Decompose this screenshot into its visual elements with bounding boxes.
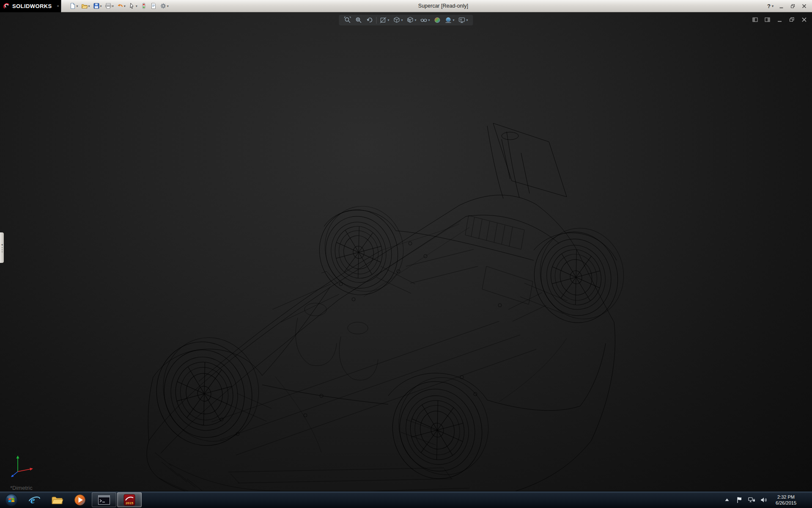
select-dropdown-caret: ▾ xyxy=(136,4,137,8)
folder-icon xyxy=(51,494,63,506)
apply-scene-icon xyxy=(445,17,452,24)
view-orientation-caret: ▾ xyxy=(401,18,403,22)
view-settings-icon xyxy=(458,17,466,24)
start-button[interactable] xyxy=(0,491,23,508)
open-dropdown-caret: ▾ xyxy=(88,4,90,8)
show-hidden-icons-button[interactable] xyxy=(723,495,731,505)
doc-restore-button[interactable] xyxy=(788,16,796,23)
network-tray-button[interactable] xyxy=(748,495,755,505)
print-dropdown-caret: ▾ xyxy=(112,4,114,8)
hidden-icons-arrow-icon xyxy=(725,498,729,501)
select-button[interactable]: ▾ xyxy=(127,1,139,11)
app-close-button[interactable] xyxy=(800,2,808,10)
title-bar: SOLIDWORKS » ▾ ▾ ▾ xyxy=(0,0,812,12)
display-style-icon xyxy=(406,17,414,24)
doc-restore-icon xyxy=(789,17,795,22)
rebuild-stoplight-icon xyxy=(140,3,147,9)
options-dropdown-caret: ▾ xyxy=(167,4,169,8)
document-title: Supercar [Read-only] xyxy=(170,3,767,9)
taskbar-clock[interactable]: 2:32 PM 6/26/2015 xyxy=(772,494,800,506)
splitter-dot xyxy=(2,251,3,252)
app-minimize-button[interactable] xyxy=(777,2,785,10)
display-pane-toggle-button[interactable] xyxy=(763,16,771,23)
select-cursor-icon xyxy=(129,3,135,9)
open-folder-icon xyxy=(81,3,88,9)
windows-taskbar: e xyxy=(0,491,812,508)
rebuild-button[interactable] xyxy=(139,1,148,11)
file-properties-button[interactable] xyxy=(149,1,158,11)
display-style-caret: ▾ xyxy=(414,18,416,22)
windows-start-orb-icon xyxy=(5,493,18,507)
doc-close-button[interactable] xyxy=(800,16,808,23)
section-view-button[interactable]: ▾ xyxy=(379,16,390,24)
action-center-button[interactable] xyxy=(735,495,743,505)
open-button[interactable]: ▾ xyxy=(80,1,91,11)
feature-pane-toggle-button[interactable] xyxy=(751,16,759,23)
display-style-button[interactable]: ▾ xyxy=(406,16,417,24)
splitter-arrow-icon: ◄ xyxy=(1,243,3,246)
restore-icon xyxy=(790,4,795,8)
network-icon xyxy=(748,497,755,503)
zoom-to-area-button[interactable] xyxy=(354,16,363,24)
view-settings-button[interactable]: ▾ xyxy=(458,16,469,24)
zoom-to-area-icon xyxy=(355,17,362,24)
minimize-icon xyxy=(779,4,784,8)
hide-show-glasses-icon xyxy=(420,17,428,24)
media-player-button[interactable] xyxy=(69,492,91,507)
app-restore-button[interactable] xyxy=(789,2,796,10)
internet-explorer-icon: e xyxy=(28,494,41,506)
section-view-caret: ▾ xyxy=(387,18,389,22)
feature-manager-splitter-handle[interactable]: ◄ xyxy=(0,232,4,263)
new-button[interactable]: ▾ xyxy=(68,1,80,11)
speaker-icon xyxy=(760,497,767,503)
solidworks-logo-icon xyxy=(3,2,10,10)
apply-scene-button[interactable]: ▾ xyxy=(444,16,455,24)
graphics-area[interactable]: ▾ ▾ ▾ xyxy=(0,12,812,491)
brand-text: SOLIDWORKS xyxy=(12,3,52,9)
menu-expand-arrow[interactable]: » xyxy=(55,0,61,12)
solidworks-window: SOLIDWORKS » ▾ ▾ ▾ xyxy=(0,0,812,508)
hide-show-items-button[interactable]: ▾ xyxy=(420,16,431,24)
doc-minimize-button[interactable] xyxy=(776,16,783,23)
windows-explorer-button[interactable] xyxy=(46,492,68,507)
solidworks-taskbar-button[interactable]: 2015 xyxy=(117,492,142,507)
undo-dropdown-caret: ▾ xyxy=(124,4,126,8)
edit-appearance-button[interactable] xyxy=(433,16,442,24)
apply-scene-caret: ▾ xyxy=(453,18,455,22)
help-button[interactable]: ? ▾ xyxy=(767,3,774,9)
splitter-dot xyxy=(2,249,3,250)
feature-pane-icon xyxy=(752,17,758,22)
standard-toolbar: ▾ ▾ ▾ ▾ xyxy=(68,1,170,11)
document-window-controls xyxy=(751,16,808,23)
internet-explorer-button[interactable]: e xyxy=(23,492,45,507)
save-dropdown-caret: ▾ xyxy=(100,4,102,8)
zoom-to-fit-button[interactable] xyxy=(343,16,352,24)
volume-tray-button[interactable] xyxy=(760,495,768,505)
heads-up-view-toolbar: ▾ ▾ ▾ xyxy=(339,15,473,25)
action-center-flag-icon xyxy=(736,497,743,503)
view-orientation-button[interactable]: ▾ xyxy=(392,16,403,24)
help-dropdown-caret: ▾ xyxy=(772,4,774,8)
save-button[interactable]: ▾ xyxy=(92,1,103,11)
options-gear-icon xyxy=(160,3,167,9)
command-prompt-button[interactable] xyxy=(92,492,116,507)
previous-view-button[interactable] xyxy=(365,16,374,24)
hide-show-caret: ▾ xyxy=(428,18,430,22)
save-floppy-icon xyxy=(93,3,100,9)
splitter-dot xyxy=(2,247,3,248)
solidworks-menu-logo[interactable]: SOLIDWORKS xyxy=(0,0,55,12)
command-prompt-icon xyxy=(98,495,110,505)
media-player-icon xyxy=(74,494,86,506)
zoom-to-fit-icon xyxy=(344,17,351,24)
taskbar-items: e xyxy=(23,491,142,508)
print-button[interactable]: ▾ xyxy=(104,1,115,11)
edit-appearance-ball-icon xyxy=(434,17,441,24)
options-button[interactable]: ▾ xyxy=(159,1,170,11)
clock-date: 6/26/2015 xyxy=(776,500,796,506)
previous-view-icon xyxy=(366,17,373,24)
doc-minimize-icon xyxy=(777,17,782,22)
undo-button[interactable]: ▾ xyxy=(115,1,127,11)
system-tray: 2:32 PM 6/26/2015 xyxy=(723,491,812,508)
view-settings-caret: ▾ xyxy=(466,18,468,22)
file-properties-icon xyxy=(150,3,157,9)
